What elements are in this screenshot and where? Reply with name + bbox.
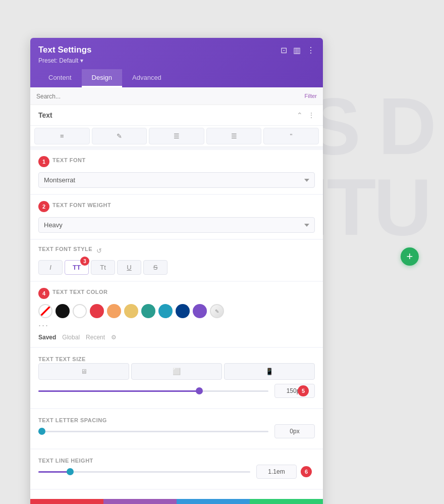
expand-icon[interactable]: ⊡ <box>281 45 287 55</box>
letter-spacing-slider-row <box>38 424 315 438</box>
font-style-section: Text Font Style ↺ I TT 3 Tt U S <box>30 240 323 281</box>
more-dots[interactable]: ··· <box>38 320 315 331</box>
header-icons: ⊡ ▥ ⋮ <box>281 45 315 55</box>
letter-spacing-track[interactable] <box>38 431 268 432</box>
swatch-teal[interactable] <box>158 304 173 318</box>
more-icon[interactable]: ⋮ <box>307 45 315 55</box>
color-label: Text Text Color <box>52 289 108 295</box>
line-height-slider-row: 6 <box>38 465 315 479</box>
font-style-badge: 3 <box>80 257 89 266</box>
section-more-icon[interactable]: ⋮ <box>308 111 315 119</box>
redo-button[interactable]: ↻ <box>177 499 250 504</box>
strikethrough-btn[interactable]: S <box>143 260 168 275</box>
filter-button[interactable]: Filter <box>305 93 317 99</box>
letter-spacing-label: Text Letter Spacing <box>38 417 107 423</box>
tab-content[interactable]: Content <box>38 69 82 87</box>
format-align-btn[interactable]: ≡ <box>34 128 90 144</box>
tab-advanced[interactable]: Advanced <box>122 69 172 87</box>
size-slider-track[interactable] <box>38 390 268 392</box>
tablet-size[interactable]: ⬜ <box>131 363 222 380</box>
font-label-row: 1 Text Font <box>38 156 315 167</box>
color-settings-icon[interactable]: ⚙ <box>111 334 117 341</box>
font-weight-label: Text Font Weight <box>52 202 111 208</box>
size-value-input[interactable] <box>274 384 315 398</box>
format-list-btn[interactable]: ☰ <box>149 128 204 144</box>
line-height-input[interactable] <box>256 465 297 479</box>
swatch-purple[interactable] <box>193 304 207 318</box>
format-edit-btn[interactable]: ✎ <box>92 128 147 144</box>
panel-header: Text Settings ⊡ ▥ ⋮ Preset: Default ▾ Co… <box>30 38 323 87</box>
line-height-track[interactable] <box>38 471 250 473</box>
font-weight-select[interactable]: Heavy Bold Regular Light <box>38 217 315 233</box>
size-slider-row: 5 <box>38 384 315 398</box>
font-badge: 1 <box>38 156 49 167</box>
color-swatches: ✎ <box>38 304 315 318</box>
size-section: Text Text Size 🖥 ⬜ 📱 5 <box>30 348 323 408</box>
save-button[interactable]: ✓ <box>250 499 323 504</box>
swatch-green[interactable] <box>141 304 155 318</box>
swatch-yellow[interactable] <box>124 304 138 318</box>
section-header: Text ⌃ ⋮ <box>30 105 323 126</box>
color-section: 4 Text Text Color ✎ <box>30 282 323 347</box>
reset-button[interactable]: ↺ <box>103 499 177 504</box>
section-icons: ⌃ ⋮ <box>297 111 315 119</box>
swatch-blue[interactable] <box>176 304 190 318</box>
letter-spacing-input[interactable] <box>274 424 315 438</box>
color-tabs: Saved Global Recent ⚙ <box>38 334 315 341</box>
color-label-row: 4 Text Text Color <box>38 288 315 299</box>
panel: Text Settings ⊡ ▥ ⋮ Preset: Default ▾ Co… <box>30 38 323 504</box>
desktop-size[interactable]: 🖥 <box>38 363 129 380</box>
font-style-reset[interactable]: ↺ <box>96 247 102 255</box>
search-input[interactable] <box>36 93 305 100</box>
letter-spacing-section: Text Letter Spacing <box>30 409 323 448</box>
letter-spacing-thumb[interactable] <box>38 428 45 435</box>
color-tab-global[interactable]: Global <box>62 334 80 341</box>
layout-icon[interactable]: ▥ <box>293 45 301 55</box>
font-weight-label-row: 2 Text Font Weight <box>38 201 315 212</box>
swatch-orange[interactable] <box>107 304 121 318</box>
color-tab-saved[interactable]: Saved <box>38 334 56 341</box>
swatch-transparent[interactable] <box>38 304 52 318</box>
font-select[interactable]: Montserrat Arial Roboto <box>38 172 315 188</box>
swatch-black[interactable] <box>56 304 70 318</box>
color-badge: 4 <box>38 288 49 299</box>
size-label: Text Text Size <box>38 356 86 362</box>
font-weight-badge: 2 <box>38 201 49 212</box>
swatch-red[interactable] <box>90 304 104 318</box>
panel-title: Text Settings <box>38 45 91 55</box>
bold-btn[interactable]: TT 3 <box>65 260 89 275</box>
size-slider-thumb[interactable] <box>196 387 203 394</box>
plus-button[interactable]: + <box>401 247 419 266</box>
line-height-badge: 6 <box>301 466 312 477</box>
format-ordered-btn[interactable]: ☰ <box>206 128 262 144</box>
italic-btn[interactable]: I <box>38 260 63 275</box>
preset-label[interactable]: Preset: Default ▾ <box>38 57 315 64</box>
format-toolbar: ≡ ✎ ☰ ☰ " <box>30 126 323 147</box>
tab-design[interactable]: Design <box>82 69 122 87</box>
line-height-section: Text Line Height 6 <box>30 449 323 489</box>
font-style-label-row: Text Font Style ↺ <box>38 246 315 255</box>
font-style-label: Text Font Style <box>38 246 92 252</box>
font-style-buttons: I TT 3 Tt U S <box>38 260 315 275</box>
font-section: 1 Text Font Montserrat Arial Roboto <box>30 150 323 194</box>
action-bar: ✕ ↺ ↻ ✓ <box>30 499 323 504</box>
tt-btn[interactable]: Tt <box>91 260 115 275</box>
cancel-button[interactable]: ✕ <box>30 499 103 504</box>
swatch-edit[interactable]: ✎ <box>210 304 224 318</box>
mobile-size[interactable]: 📱 <box>224 363 315 380</box>
underline-btn[interactable]: U <box>117 260 141 275</box>
color-tab-recent[interactable]: Recent <box>86 334 105 341</box>
swatch-white[interactable] <box>73 304 87 318</box>
header-top: Text Settings ⊡ ▥ ⋮ <box>38 45 315 55</box>
font-weight-section: 2 Text Font Weight Heavy Bold Regular Li… <box>30 195 323 239</box>
collapse-icon[interactable]: ⌃ <box>297 111 303 119</box>
size-slider-fill <box>38 390 199 392</box>
size-badge: 5 <box>298 385 309 396</box>
search-wrapper <box>36 91 305 100</box>
line-height-thumb[interactable] <box>67 468 74 475</box>
format-quote-btn[interactable]: " <box>263 128 319 144</box>
shadow-section: Text Shadow 🚫 aA aA aA aA <box>30 490 323 499</box>
page-wrapper: US DCITU + Text Settings ⊡ ▥ ⋮ Preset: D… <box>10 10 434 504</box>
line-height-fill <box>38 471 70 473</box>
line-height-label: Text Line Height <box>38 458 93 464</box>
